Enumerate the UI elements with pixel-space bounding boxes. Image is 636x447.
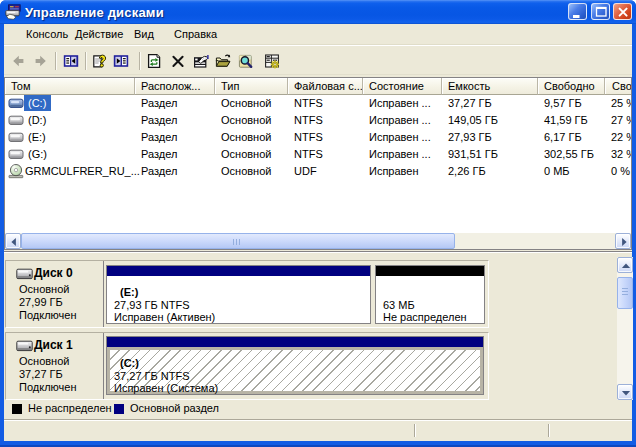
volume-capacity: 149,05 ГБ: [442, 112, 538, 129]
titlebar[interactable]: Управление дисками: [0, 0, 636, 24]
volume-type: Основной: [215, 163, 288, 180]
partition-e-block[interactable]: (E:) 27,93 ГБ NTFS Исправен (Активен): [106, 265, 371, 324]
column-header-layout[interactable]: Располож...: [135, 78, 215, 95]
minimize-button[interactable]: [568, 3, 587, 20]
volume-row-grmculfrer[interactable]: GRMCULFRER_RU_... Раздел Основной UDF Ис…: [5, 163, 631, 180]
volume-disk-icon: [8, 112, 24, 128]
scroll-right-icon: [616, 234, 632, 250]
volume-capacity: 2,26 ГБ: [442, 163, 538, 180]
column-header-fs[interactable]: Файловая с...: [288, 78, 363, 95]
volume-type: Основной: [215, 112, 288, 129]
menu-deystvie[interactable]: Действие: [75, 24, 123, 45]
properties-icon[interactable]: [193, 53, 209, 69]
volume-capacity: 27,93 ГБ: [442, 129, 538, 146]
maximize-icon: [592, 4, 611, 21]
volume-name: GRMCULFRER_RU_...: [24, 163, 141, 179]
partition-c-block[interactable]: (C:) 37,27 ГБ NTFS Исправен (Система): [106, 336, 484, 395]
menu-vid[interactable]: Вид: [134, 24, 154, 45]
volume-disk-icon: [8, 129, 24, 145]
volume-row-c[interactable]: (C:) Раздел Основной NTFS Исправен ... 3…: [5, 95, 631, 112]
disk-icon: [16, 340, 33, 352]
back-icon[interactable]: [10, 53, 26, 69]
disk-type: Основной: [19, 283, 69, 296]
disk-1-label-panel[interactable]: Диск 1 Основной 37,27 ГБ Подключен: [6, 333, 104, 399]
disk-name: Диск 0: [34, 267, 73, 280]
volume-disk-icon: [8, 146, 24, 162]
volume-type: Основной: [215, 129, 288, 146]
volume-name: (D:): [24, 112, 51, 128]
volume-free-pct: 27 %: [605, 112, 632, 129]
volume-layout: Раздел: [135, 146, 215, 163]
open-folder-icon[interactable]: [215, 53, 231, 69]
volume-disk-icon: [8, 95, 24, 111]
delete-icon[interactable]: [170, 53, 186, 69]
volume-status: Исправен ...: [363, 95, 442, 112]
help-topics-icon[interactable]: [92, 53, 108, 69]
disk-type: Основной: [19, 355, 69, 368]
volume-capacity: 931,51 ГБ: [442, 146, 538, 163]
column-header-free-pct[interactable]: Своб: [605, 78, 631, 95]
toolbar-separator: [55, 52, 57, 70]
volume-fs: NTFS: [288, 112, 363, 129]
scroll-right-button[interactable]: [615, 233, 631, 249]
scroll-up-button[interactable]: [617, 257, 633, 273]
volume-list-header: Том Располож... Тип Файловая с... Состоя…: [5, 78, 631, 95]
volume-free-pct: 25 %: [605, 95, 632, 112]
volume-layout: Раздел: [135, 95, 215, 112]
partition-band: [107, 337, 483, 347]
volume-row-e[interactable]: (E:) Раздел Основной NTFS Исправен ... 2…: [5, 129, 631, 146]
vertical-scrollbar[interactable]: [617, 257, 633, 400]
menu-konsol[interactable]: Консоль: [26, 24, 68, 45]
volume-fs: UDF: [288, 163, 363, 180]
volume-type: Основной: [215, 95, 288, 112]
scroll-left-icon: [6, 234, 22, 250]
column-header-free[interactable]: Свободно: [538, 78, 605, 95]
show-action-pane-icon[interactable]: [113, 53, 129, 69]
partition-size: 63 МБ: [383, 299, 415, 311]
horizontal-scrollbar[interactable]: [5, 233, 631, 249]
volume-list: Том Располож... Тип Файловая с... Состоя…: [4, 77, 632, 250]
refresh-icon[interactable]: [146, 53, 162, 69]
disk-size: 27,99 ГБ: [19, 296, 63, 309]
horizontal-scroll-thumb[interactable]: [21, 233, 455, 249]
status-bar: [4, 417, 632, 441]
disk-0-label-panel[interactable]: Диск 0 Основной 27,99 ГБ Подключен: [6, 261, 104, 327]
toolbar-separator: [139, 52, 141, 70]
maximize-button[interactable]: [591, 3, 610, 20]
volume-name: (C:): [24, 95, 51, 111]
menu-bar: Консоль Действие Вид Справка: [4, 24, 632, 45]
volume-fs: NTFS: [288, 129, 363, 146]
show-console-tree-icon[interactable]: [63, 53, 79, 69]
column-header-type[interactable]: Тип: [215, 78, 288, 95]
menu-spravka[interactable]: Справка: [174, 24, 217, 45]
partition-label: (C:): [120, 357, 139, 369]
volume-fs: NTFS: [288, 95, 363, 112]
forward-icon[interactable]: [33, 53, 49, 69]
column-header-capacity[interactable]: Емкость: [442, 78, 538, 95]
disk-name: Диск 1: [34, 339, 73, 352]
volume-layout: Раздел: [135, 112, 215, 129]
scroll-left-button[interactable]: [5, 233, 21, 249]
legend-unallocated-label: Не распределен: [28, 400, 112, 417]
column-header-status[interactable]: Состояние: [363, 78, 442, 95]
vertical-scroll-thumb[interactable]: [617, 277, 633, 309]
find-icon[interactable]: [238, 53, 254, 69]
legend-primary-swatch: [114, 404, 124, 414]
volume-free: 9,57 ГБ: [538, 95, 605, 112]
close-button[interactable]: [613, 3, 632, 20]
disk-settings-icon[interactable]: [264, 53, 280, 69]
volume-capacity: 37,27 ГБ: [442, 95, 538, 112]
partition-label: (E:): [120, 286, 138, 298]
disk-size: 37,27 ГБ: [19, 368, 63, 381]
cd-rom-icon: [8, 163, 24, 179]
volume-free: 41,59 ГБ: [538, 112, 605, 129]
partition-status: Не распределен: [383, 311, 467, 323]
unallocated-block[interactable]: 63 МБ Не распределен: [375, 265, 485, 324]
column-header-volume[interactable]: Том: [5, 78, 135, 95]
minimize-icon: [569, 4, 588, 21]
volume-row-g[interactable]: (G:) Раздел Основной NTFS Исправен ... 9…: [5, 146, 631, 163]
scroll-down-button[interactable]: [617, 384, 633, 400]
volume-row-d[interactable]: (D:) Раздел Основной NTFS Исправен ... 1…: [5, 112, 631, 129]
scroll-up-icon: [618, 258, 634, 274]
volume-fs: NTFS: [288, 146, 363, 163]
